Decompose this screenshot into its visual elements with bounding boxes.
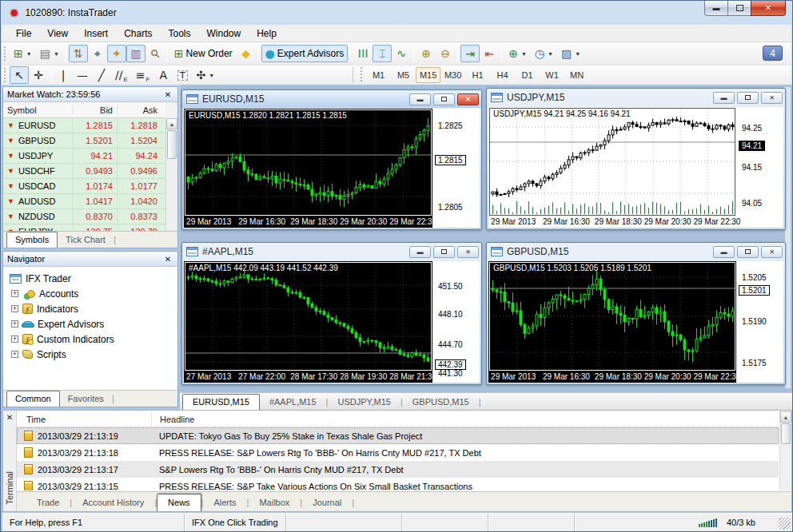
expand-icon[interactable]: + (11, 335, 18, 343)
market-watch-row[interactable]: ▼USDJPY94.2194.24 (3, 149, 165, 164)
expand-icon[interactable]: + (11, 351, 18, 358)
news-row[interactable]: 2013/03/29 21:13:19UPDATE: Tokyo Gas To … (17, 427, 779, 444)
expand-icon[interactable]: + (11, 305, 18, 312)
column-headline[interactable]: Headline (151, 411, 779, 427)
line-chart-mode-button[interactable]: ∿ (392, 45, 411, 62)
text-label-button[interactable]: T (173, 66, 192, 84)
chart-window-gbpusd[interactable]: GBPUSD,M15▬✕GBPUSD,M15 1.5203 1.5205 1.5… (486, 242, 786, 385)
menu-tools[interactable]: Tools (161, 26, 199, 42)
chart-plot[interactable] (185, 109, 432, 216)
scroll-up-icon[interactable]: ▲ (166, 118, 177, 129)
time-axis[interactable]: 29 Mar 201329 Mar 16:3029 Mar 18:3029 Ma… (488, 216, 735, 228)
templates-button[interactable]: ▨▼ (557, 45, 584, 62)
tab-favorites[interactable]: Favorites (60, 391, 112, 407)
restore-button[interactable] (727, 1, 751, 16)
toolbar-grip[interactable] (361, 67, 363, 81)
market-watch-row[interactable]: ▼EURUSD1.28151.2818 (3, 118, 165, 133)
chart-plot[interactable] (489, 108, 735, 216)
chart-plot[interactable] (185, 262, 432, 371)
chart-window-usdjpy[interactable]: USDJPY,M15▬✕USDJPY,M15 94.21 94.25 94.16… (486, 88, 786, 230)
chart-close-button[interactable]: ✕ (761, 92, 783, 104)
navigator-button[interactable]: ✦ (107, 45, 126, 62)
chart-close-button[interactable]: ✕ (457, 93, 479, 105)
market-watch-row[interactable]: ▼AUDUSD1.04171.0420 (3, 194, 165, 209)
titlebar[interactable]: ✹ 1020890: InstaTrader (1, 1, 792, 25)
text-button[interactable]: A (153, 66, 173, 84)
timeframe-mn[interactable]: MN (564, 67, 589, 83)
market-watch-scrollbar[interactable]: ▲ (165, 118, 177, 231)
chart-window-aapl[interactable]: #AAPL,M15▬✕#AAPL,M15 442.09 443.19 441.5… (181, 242, 482, 385)
chart-restore-button[interactable] (433, 246, 455, 258)
tab-tick-chart[interactable]: Tick Chart (58, 232, 114, 248)
price-axis[interactable]: 94.2594.2194.1594.05 (736, 107, 783, 228)
chart-titlebar[interactable]: GBPUSD,M15▬✕ (487, 243, 785, 260)
chart-minimize-button[interactable]: ▬ (409, 246, 431, 258)
chart-minimize-button[interactable]: ▬ (713, 92, 735, 104)
close-icon[interactable]: ✕ (162, 255, 173, 264)
chart-shift-button[interactable]: ⇤ (480, 45, 499, 62)
terminal-tab-account-history[interactable]: Account History (72, 494, 154, 511)
close-button[interactable]: ✕ (751, 1, 786, 16)
timeframe-m1[interactable]: M1 (366, 67, 391, 83)
status-mode[interactable]: IFX One Click Trading (185, 514, 286, 531)
column-bid[interactable]: Bid (72, 105, 117, 115)
column-ask[interactable]: Ask (117, 105, 161, 115)
chart-plot[interactable] (489, 262, 735, 371)
scroll-thumb[interactable] (167, 130, 177, 159)
market-watch-row[interactable]: ▼GBPUSD1.52011.5204 (3, 133, 165, 149)
scroll-thumb[interactable] (781, 423, 791, 444)
market-watch-row[interactable]: ▼EURJPY130.75130.79 (3, 224, 165, 231)
menu-help[interactable]: Help (249, 26, 285, 42)
time-axis[interactable]: 29 Mar 201329 Mar 16:3029 Mar 18:3029 Ma… (184, 216, 432, 228)
column-time[interactable]: Time (17, 415, 151, 424)
terminal-tab-alerts[interactable]: Alerts (203, 494, 246, 511)
expert-advisors-button[interactable]: ●Expert Advisors (261, 45, 349, 62)
timeframe-m30[interactable]: M30 (440, 67, 465, 83)
chart-close-button[interactable]: ✕ (457, 246, 479, 258)
timeframe-m15[interactable]: M15 (416, 67, 440, 83)
terminal-tab-news[interactable]: News (157, 494, 201, 511)
scroll-up-icon[interactable]: ▲ (780, 411, 791, 423)
terminal-tab-journal[interactable]: Journal (302, 494, 352, 511)
timeframe-m5[interactable]: M5 (391, 67, 416, 83)
market-watch-button[interactable]: ⇅ (69, 45, 88, 62)
cursor-button[interactable]: ↖ (10, 66, 29, 84)
chart-tab-eurusdm15[interactable]: EURUSD,M15 (182, 394, 260, 410)
chart-restore-button[interactable] (737, 92, 759, 104)
time-axis[interactable]: 27 Mar 201327 Mar 22:0028 Mar 17:3028 Ma… (184, 371, 432, 383)
timeframe-h1[interactable]: H1 (465, 67, 490, 83)
terminal-tab-trade[interactable]: Trade (26, 494, 70, 511)
menu-window[interactable]: Window (199, 26, 249, 42)
timeframe-d1[interactable]: D1 (515, 67, 540, 83)
chart-restore-button[interactable] (433, 93, 455, 105)
chart-minimize-button[interactable]: ▬ (409, 93, 431, 105)
time-axis[interactable]: 29 Mar 201329 Mar 16:3029 Mar 18:3029 Ma… (488, 371, 735, 383)
resize-grip[interactable] (779, 518, 791, 530)
profiles-button[interactable]: ▤▼ (36, 45, 63, 62)
market-watch-row[interactable]: ▼USDCHF0.94930.9496 (3, 164, 165, 179)
menu-view[interactable]: View (39, 26, 76, 42)
trendline-button[interactable]: ╱ (92, 66, 111, 84)
tree-root-ifx-trader[interactable]: IFX Trader (10, 271, 177, 286)
market-watch-row[interactable]: ▼NZDUSD0.83700.8373 (3, 209, 165, 224)
terminal-button[interactable]: ▥ (126, 45, 145, 62)
news-scrollbar[interactable]: ▲ (779, 411, 791, 490)
horizontal-line-button[interactable]: — (73, 66, 92, 84)
news-row[interactable]: 2013/03/29 21:13:17S&P Lowers Rtg To 'BB… (17, 461, 779, 478)
news-row[interactable]: 2013/03/29 21:13:18PRESS RELEASE: S&P Lo… (17, 444, 779, 461)
chart-window-eurusd[interactable]: EURUSD,M15▬✕EURUSD,M15 1.2820 1.2821 1.2… (181, 89, 482, 230)
menu-charts[interactable]: Charts (116, 26, 160, 42)
timeframe-h4[interactable]: H4 (490, 67, 515, 83)
market-watch-row[interactable]: ▼USDCAD1.01741.0177 (3, 179, 165, 194)
fibonacci-button[interactable]: ≡F (132, 66, 154, 84)
periods-button[interactable]: ◷▼ (531, 45, 557, 62)
zoom-in-button[interactable]: ⊕ (416, 45, 436, 62)
toolbar-grip[interactable] (4, 46, 6, 61)
strategy-tester-button[interactable]: ⚲ (145, 45, 165, 62)
chart-restore-button[interactable] (737, 246, 759, 258)
tree-item-custom-indicators[interactable]: +ƒCustom Indicators (10, 332, 177, 347)
tab-common[interactable]: Common (6, 391, 60, 407)
auto-scroll-button[interactable]: ⇥ (460, 45, 480, 62)
indicators-button[interactable]: ⊕▼ (504, 45, 531, 62)
chart-titlebar[interactable]: USDJPY,M15▬✕ (487, 89, 785, 106)
